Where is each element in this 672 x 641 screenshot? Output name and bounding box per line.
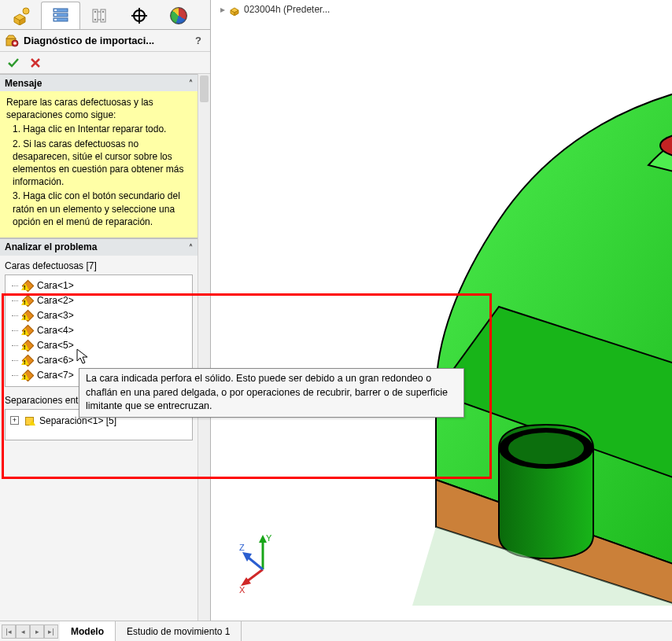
svg-text:Y: Y [266, 533, 272, 543]
svg-point-11 [94, 19, 96, 20]
tab-nav: |◂ ◂ ▸ ▸| [0, 621, 60, 641]
bad-faces-label: Caras defectuosas [7] [5, 260, 193, 271]
face-row[interactable]: Cara<1> [7, 278, 190, 293]
gap-icon [24, 414, 36, 427]
svg-text:X: X [239, 585, 246, 595]
model-body[interactable] [239, 55, 672, 606]
face-warning-icon [21, 279, 34, 292]
panel-scrollbar[interactable] [198, 74, 210, 621]
config-icon [91, 7, 109, 24]
svg-point-9 [94, 11, 96, 13]
svg-point-10 [102, 11, 104, 13]
tab-nav-next[interactable]: ▸ [30, 624, 44, 639]
face-row[interactable]: Cara<6> [7, 353, 190, 368]
tab-configuration[interactable] [80, 2, 120, 29]
import-diagnostics-icon [5, 34, 19, 48]
svg-rect-4 [54, 9, 57, 11]
appearance-pie-icon [170, 7, 187, 24]
tab-nav-first[interactable]: |◂ [2, 624, 16, 639]
face-warning-icon [21, 309, 34, 322]
svg-rect-6 [54, 19, 57, 20]
tab-features[interactable] [2, 2, 41, 29]
tab-nav-prev[interactable]: ◂ [16, 624, 30, 639]
face-label: Cara<5> [37, 340, 74, 351]
svg-point-17 [508, 433, 584, 464]
face-row[interactable]: Cara<5> [7, 338, 190, 353]
face-warning-icon [21, 339, 34, 352]
accept-button[interactable] [6, 56, 20, 70]
features-icon [11, 6, 31, 25]
svg-point-12 [102, 19, 104, 20]
breadcrumb: ▸ 023004h (Predeter... [217, 3, 330, 16]
tab-dimxpert[interactable] [120, 2, 159, 29]
coordinate-triad: Y X Z [239, 532, 302, 595]
msg-step1: 1. Haga clic en Intentar reparar todo. [6, 123, 191, 135]
face-label: Cara<1> [37, 280, 74, 291]
section-analyze-body: Caras defectuosas [7] Cara<1>Cara<2>Cara… [0, 256, 198, 448]
property-manager-panel: Diagnóstico de importaci... ? Mensaje ˄ … [0, 0, 211, 641]
face-warning-icon [21, 324, 34, 337]
expand-icon[interactable]: + [10, 416, 19, 425]
tab-appearances[interactable] [159, 2, 198, 29]
svg-point-0 [23, 8, 29, 14]
feature-header: Diagnóstico de importaci... ? [0, 30, 210, 52]
msg-intro: Repare las caras defectuosas y las separ… [6, 96, 191, 121]
tab-nav-last[interactable]: ▸| [44, 624, 58, 639]
feature-title: Diagnóstico de importaci... [24, 35, 191, 46]
breadcrumb-label[interactable]: 023004h (Predeter... [244, 4, 330, 15]
help-icon[interactable]: ? [191, 35, 205, 46]
face-label: Cara<4> [37, 325, 74, 336]
cancel-button[interactable] [28, 56, 42, 70]
bottom-tab-model-label: Modelo [71, 626, 104, 637]
bottom-tab-bar: |◂ ◂ ▸ ▸| Modelo Estudio de movimiento 1 [0, 621, 672, 641]
face-warning-icon [21, 294, 34, 307]
section-message-body: Repare las caras defectuosas y las separ… [0, 91, 198, 238]
tab-property-manager[interactable] [41, 2, 80, 29]
action-row [0, 52, 210, 74]
face-row[interactable]: Cara<2> [7, 293, 190, 308]
section-message-title: Mensaje [5, 78, 189, 89]
bottom-tab-study-label: Estudio de movimiento 1 [127, 626, 230, 637]
part-icon [228, 3, 241, 16]
panel-scroll-area: Mensaje ˄ Repare las caras defectuosas y… [0, 74, 198, 621]
face-warning-icon [21, 354, 34, 367]
breadcrumb-separator-icon: ▸ [220, 4, 225, 15]
face-row[interactable]: Cara<4> [7, 323, 190, 338]
panel-tab-strip [0, 0, 210, 30]
face-row[interactable]: Cara<3> [7, 308, 190, 323]
bottom-tab-model[interactable]: Modelo [60, 621, 116, 641]
section-analyze-title: Analizar el problema [5, 241, 189, 252]
svg-text:Z: Z [239, 543, 245, 552]
face-label: Cara<7> [37, 370, 74, 381]
face-label: Cara<6> [37, 355, 74, 366]
bottom-tab-motion-study[interactable]: Estudio de movimiento 1 [116, 621, 242, 641]
face-label: Cara<2> [37, 295, 74, 306]
svg-rect-5 [54, 14, 57, 16]
face-label: Cara<3> [37, 310, 74, 321]
graphics-viewport[interactable]: ▸ 023004h (Predeter... [211, 0, 672, 621]
msg-step3: 3. Haga clic con el botón secundario del… [6, 190, 191, 228]
face-tooltip: La cara indicada perfora el sólido. Esto… [79, 368, 464, 418]
chevron-up-icon: ˄ [189, 79, 193, 87]
property-manager-icon [52, 7, 69, 24]
chevron-up-icon: ˄ [189, 243, 193, 252]
face-warning-icon [21, 369, 34, 381]
crosshair-icon [131, 8, 147, 24]
msg-step2: 2. Si las caras defectuosas no desaparec… [6, 138, 191, 189]
section-message-header[interactable]: Mensaje ˄ [0, 74, 198, 91]
section-analyze-header[interactable]: Analizar el problema ˄ [0, 238, 198, 256]
